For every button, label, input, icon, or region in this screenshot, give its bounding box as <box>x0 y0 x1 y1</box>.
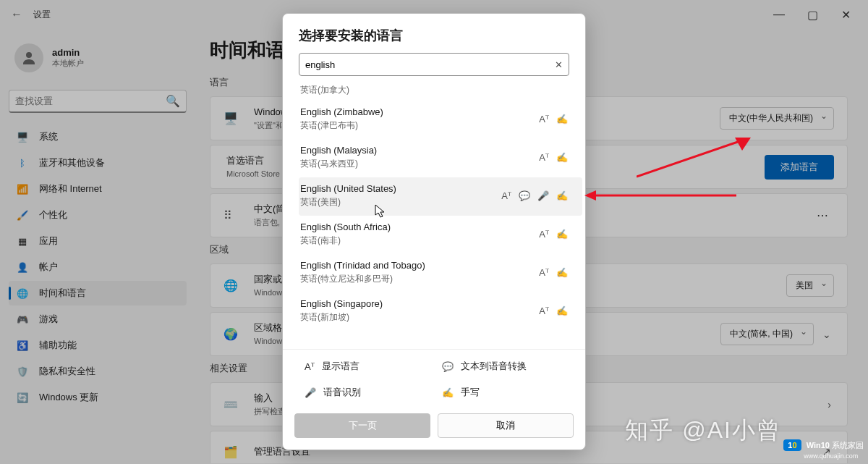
lang-zh: 英语(新加坡) <box>300 311 383 324</box>
lang-item-4[interactable]: English (Trinidad and Tobago)英语(特立尼达和多巴哥… <box>299 254 582 292</box>
lang-truncated-label: 英语(加拿大) <box>300 84 349 96</box>
add-language-dialog: 选择要安装的语言 ✕ 英语(加拿大) English (Zimbabwe)英语(… <box>282 13 586 450</box>
lang-item-5[interactable]: English (Singapore)英语(新加坡)Aᵀ✍️ <box>299 292 582 331</box>
legend-voice: 🎤语音识别 <box>305 386 413 399</box>
tts-icon: Aᵀ <box>539 114 549 125</box>
lang-item-3[interactable]: English (South Africa)英语(南非)Aᵀ✍️ <box>299 216 582 254</box>
lang-en: English (United States) <box>300 183 396 194</box>
legend-display: Aᵀ显示语言 <box>305 360 413 373</box>
lang-zh: 英语(特立尼达和多巴哥) <box>300 273 425 285</box>
tts-icon: 💬 <box>442 361 454 372</box>
lang-en: English (South Africa) <box>300 222 391 232</box>
display-lang-icon: Aᵀ <box>305 361 315 372</box>
hw-icon: ✍️ <box>556 114 568 125</box>
lang-item-0[interactable]: English (Zimbabwe)英语(津巴布韦)Aᵀ✍️ <box>299 101 582 139</box>
lang-item-1[interactable]: English (Malaysia)英语(马来西亚)Aᵀ✍️ <box>299 139 582 177</box>
hw-icon: ✍️ <box>556 305 568 316</box>
voice-icon: 🎤 <box>305 387 316 398</box>
legend-handwriting: ✍️手写 <box>442 386 550 399</box>
hw-icon: ✍️ <box>556 152 568 163</box>
hw-icon: ✍️ <box>556 267 568 278</box>
lang-zh: 英语(津巴布韦) <box>300 119 383 132</box>
lang-item-2[interactable]: English (United States)英语(美国)Aᵀ💬🎤✍️ <box>299 177 582 216</box>
lang-zh: 英语(马来西亚) <box>300 158 377 170</box>
lang-en: English (Malaysia) <box>300 145 377 156</box>
tts-icon: Aᵀ <box>539 229 549 240</box>
voice-icon: 🎤 <box>537 190 549 201</box>
tts-icon: Aᵀ <box>539 305 549 316</box>
hw-icon: ✍️ <box>556 190 568 201</box>
tts-icon: Aᵀ <box>539 267 549 278</box>
lang-zh: 英语(美国) <box>300 196 396 208</box>
disp-icon: 💬 <box>519 190 530 201</box>
dialog-legend: Aᵀ显示语言 💬文本到语音转换 🎤语音识别 ✍️手写 <box>283 349 585 406</box>
lang-zh: 英语(南非) <box>300 235 391 247</box>
cancel-button[interactable]: 取消 <box>438 413 574 438</box>
clear-icon[interactable]: ✕ <box>555 59 563 70</box>
watermark-brand: 10 Win10 系统家园 www.qdhuajin.com <box>783 439 864 460</box>
dialog-footer: 下一页 取消 <box>283 406 585 450</box>
lang-en: English (Singapore) <box>300 298 383 309</box>
dialog-search[interactable]: ✕ <box>299 53 569 76</box>
tts-icon: Aᵀ <box>539 152 549 163</box>
watermark: 知乎 @AI小曾 <box>625 415 781 447</box>
dialog-title: 选择要安装的语言 <box>283 14 585 53</box>
legend-tts: 💬文本到语音转换 <box>442 360 550 373</box>
tts-icon: Aᵀ <box>501 190 511 201</box>
handwriting-icon: ✍️ <box>442 387 454 398</box>
lang-en: English (Trinidad and Tobago) <box>300 260 425 271</box>
next-button[interactable]: 下一页 <box>294 413 430 438</box>
lang-en: English (Zimbabwe) <box>300 106 383 117</box>
dialog-search-input[interactable] <box>305 59 555 70</box>
language-list[interactable]: 英语(加拿大) English (Zimbabwe)英语(津巴布韦)Aᵀ✍️En… <box>283 82 585 349</box>
lang-item-truncated[interactable]: 英语(加拿大) <box>299 82 582 101</box>
hw-icon: ✍️ <box>556 229 568 240</box>
